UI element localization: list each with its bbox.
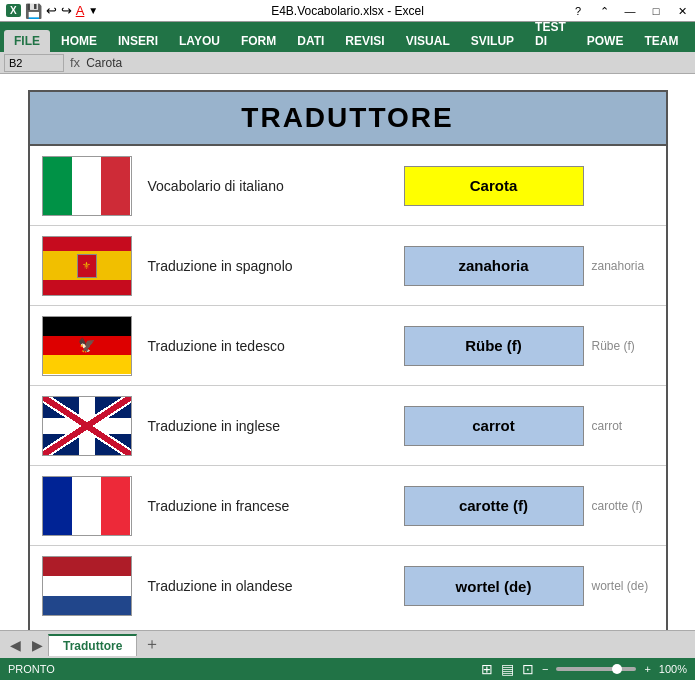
flag-spain: ⚜ (42, 236, 132, 296)
german-side: Rübe (f) (584, 339, 654, 353)
tab-home[interactable]: HOME (51, 30, 107, 52)
row-french: Traduzione in francese carotte (f) carot… (30, 466, 666, 546)
spain-top (43, 237, 131, 252)
italian-label: Vocabolario di italiano (148, 178, 404, 194)
tab-inseri[interactable]: INSERI (108, 30, 168, 52)
netherlands-blue (43, 596, 131, 615)
title-text: E4B.Vocabolario.xlsx - Excel (271, 4, 424, 18)
spain-middle: ⚜ (43, 251, 131, 280)
formula-icon: fx (70, 55, 80, 70)
zoom-slider[interactable] (556, 667, 636, 671)
window-controls: ? ⌃ — □ ✕ (565, 0, 695, 22)
flag-uk (42, 396, 132, 456)
tab-layout[interactable]: LAYOU (169, 30, 230, 52)
tab-team[interactable]: TEAM (634, 30, 688, 52)
french-label: Traduzione in francese (148, 498, 404, 514)
title-bar: X 💾 ↩ ↪ A ▼ E4B.Vocabolario.xlsx - Excel… (0, 0, 695, 22)
tab-powe[interactable]: POWE (577, 30, 634, 52)
italy-green (43, 157, 72, 215)
zoom-thumb (612, 664, 622, 674)
italy-white (72, 157, 101, 215)
france-blue (43, 477, 72, 535)
spanish-label: Traduzione in spagnolo (148, 258, 404, 274)
traduttore-title: TRADUTTORE (241, 102, 453, 133)
tab-svilup[interactable]: SVILUP (461, 30, 524, 52)
german-label: Traduzione in tedesco (148, 338, 404, 354)
font-color-icon[interactable]: A (76, 3, 85, 18)
title-bar-icons: X 💾 ↩ ↪ A ▼ (6, 3, 98, 19)
status-bar: PRONTO ⊞ ▤ ⊡ − + 100% (0, 658, 695, 680)
cell-mode-icon[interactable]: ⊞ (481, 661, 493, 677)
formula-bar: B2 fx Carota (0, 52, 695, 74)
add-sheet-button[interactable]: ＋ (141, 634, 163, 656)
tab-nav-right[interactable]: ▶ (26, 634, 48, 656)
germany-red: 🦅 (43, 336, 131, 355)
english-label: Traduzione in inglese (148, 418, 404, 434)
close-button[interactable]: ✕ (669, 0, 695, 22)
italy-red (101, 157, 130, 215)
english-translation[interactable]: carrot (404, 406, 584, 446)
sheet-wrapper: TRADUTTORE Vocabolario di italia (0, 76, 695, 630)
flag-italy (42, 156, 132, 216)
save-icon[interactable]: 💾 (25, 3, 42, 19)
sheet-content: TRADUTTORE Vocabolario di italia (0, 74, 695, 630)
undo-icon[interactable]: ↩ (46, 3, 57, 18)
app-window: X 💾 ↩ ↪ A ▼ E4B.Vocabolario.xlsx - Excel… (0, 0, 695, 680)
dutch-label: Traduzione in olandese (148, 578, 404, 594)
zoom-level: 100% (659, 663, 687, 675)
german-translation[interactable]: Rübe (f) (404, 326, 584, 366)
tab-file[interactable]: FILE (4, 30, 50, 52)
sheet-body: TRADUTTORE Vocabolario di italia (0, 74, 695, 630)
row-english: Traduzione in inglese carrot carrot (30, 386, 666, 466)
sheet-tab-traduttore[interactable]: Traduttore (48, 634, 137, 656)
flag-france (42, 476, 132, 536)
netherlands-white (43, 576, 131, 595)
france-white (72, 477, 101, 535)
french-translation[interactable]: carotte (f) (404, 486, 584, 526)
help-button[interactable]: ? (565, 0, 591, 22)
zoom-plus-icon[interactable]: + (644, 663, 650, 675)
tab-form[interactable]: FORM (231, 30, 286, 52)
france-red (101, 477, 130, 535)
dutch-side: wortel (de) (584, 579, 654, 593)
dropdown-icon[interactable]: ▼ (88, 5, 98, 16)
flag-germany: 🦅 (42, 316, 132, 376)
row-italian: Vocabolario di italiano Carota (30, 146, 666, 226)
spanish-translation[interactable]: zanahoria (404, 246, 584, 286)
tab-nav-left[interactable]: ◀ (4, 634, 26, 656)
row-spanish: ⚜ Traduzione in spagnolo zanahoria zanah… (30, 226, 666, 306)
germany-black (43, 317, 131, 336)
traduttore-container: TRADUTTORE Vocabolario di italia (28, 90, 668, 630)
tab-revisi[interactable]: REVISI (335, 30, 394, 52)
page-layout-icon[interactable]: ▤ (501, 661, 514, 677)
traduttore-header: TRADUTTORE (30, 92, 666, 146)
maximize-button[interactable]: □ (643, 0, 669, 22)
formula-content: Carota (86, 56, 122, 70)
germany-gold (43, 355, 131, 374)
tab-visual[interactable]: VISUAL (396, 30, 460, 52)
english-side: carrot (584, 419, 654, 433)
name-box[interactable]: B2 (4, 54, 64, 72)
excel-icon: X (6, 4, 21, 17)
zoom-minus-icon[interactable]: − (542, 663, 548, 675)
spanish-side: zanahoria (584, 259, 654, 273)
tab-dati[interactable]: DATI (287, 30, 334, 52)
ribbon-tab-bar: FILE HOME INSERI LAYOU FORM DATI REVISI … (0, 22, 695, 52)
french-side: carotte (f) (584, 499, 654, 513)
netherlands-red (43, 557, 131, 576)
eagle-icon: 🦅 (78, 337, 95, 353)
sheet-tab-bar: ◀ ▶ Traduttore ＋ (0, 630, 695, 658)
spain-emblem: ⚜ (77, 254, 97, 278)
row-german: 🦅 Traduzione in tedesco Rübe (f) Rübe (f… (30, 306, 666, 386)
redo-icon[interactable]: ↪ (61, 3, 72, 18)
row-dutch: Traduzione in olandese wortel (de) worte… (30, 546, 666, 626)
page-break-icon[interactable]: ⊡ (522, 661, 534, 677)
dutch-translation[interactable]: wortel (de) (404, 566, 584, 606)
ribbon-toggle-button[interactable]: ⌃ (591, 0, 617, 22)
status-right: ⊞ ▤ ⊡ − + 100% (481, 661, 687, 677)
flag-netherlands (42, 556, 132, 616)
italian-translation[interactable]: Carota (404, 166, 584, 206)
minimize-button[interactable]: — (617, 0, 643, 22)
status-ready: PRONTO (8, 663, 55, 675)
spain-bottom (43, 280, 131, 295)
